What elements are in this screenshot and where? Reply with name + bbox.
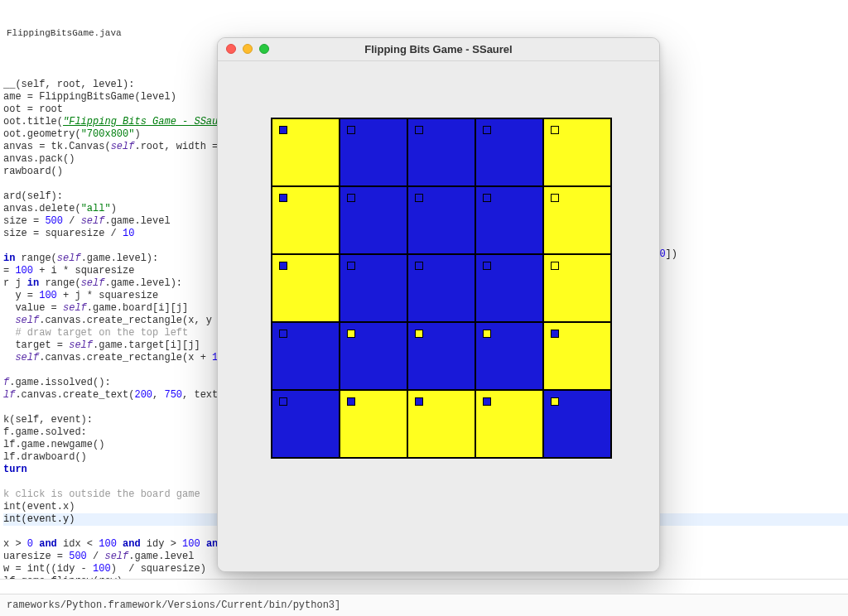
board-cell[interactable]: [272, 254, 340, 322]
target-marker-icon: [347, 126, 355, 134]
target-marker-icon: [415, 194, 423, 202]
board-cell[interactable]: [543, 390, 611, 458]
board-cell[interactable]: [543, 322, 611, 390]
board-cell[interactable]: [340, 118, 407, 186]
board-cell[interactable]: [340, 186, 407, 254]
tab-label: FlippingBitsGame.java: [7, 28, 122, 38]
target-marker-icon: [279, 194, 287, 202]
target-marker-icon: [483, 194, 491, 202]
board-cell[interactable]: [475, 186, 543, 254]
target-marker-icon: [551, 330, 559, 338]
board-cell[interactable]: [543, 186, 611, 254]
target-marker-icon: [415, 262, 423, 270]
status-text: rameworks/Python.framework/Versions/Curr…: [7, 599, 340, 611]
board-cell[interactable]: [407, 186, 475, 254]
board-cell[interactable]: [407, 390, 475, 458]
board-cell[interactable]: [272, 118, 340, 186]
window-titlebar[interactable]: Flipping Bits Game - SSaurel: [218, 38, 659, 61]
board-cell[interactable]: [407, 322, 475, 390]
target-marker-icon: [279, 126, 287, 134]
zoom-icon[interactable]: [259, 44, 269, 54]
board-cell[interactable]: [340, 322, 407, 390]
target-marker-icon: [347, 397, 355, 406]
board-cell[interactable]: [475, 390, 543, 458]
board-cell[interactable]: [407, 254, 475, 322]
target-marker-icon: [347, 262, 355, 270]
target-marker-icon: [415, 126, 423, 134]
target-marker-icon: [551, 262, 559, 270]
game-window[interactable]: Flipping Bits Game - SSaurel: [217, 37, 660, 572]
target-marker-icon: [279, 262, 287, 270]
board-cell[interactable]: [272, 322, 340, 390]
board-cell[interactable]: [340, 254, 407, 322]
target-marker-icon: [483, 262, 491, 270]
target-marker-icon: [415, 397, 423, 406]
minimize-icon[interactable]: [243, 44, 253, 54]
game-canvas[interactable]: [218, 61, 659, 571]
target-marker-icon: [551, 397, 559, 406]
board-cell[interactable]: [272, 390, 340, 458]
target-marker-icon: [483, 397, 491, 406]
target-marker-icon: [483, 126, 491, 134]
game-board[interactable]: [271, 118, 612, 459]
target-marker-icon: [279, 397, 287, 406]
target-marker-icon: [415, 330, 423, 338]
window-title: Flipping Bits Game - SSaurel: [226, 43, 651, 55]
board-cell[interactable]: [543, 254, 611, 322]
board-cell[interactable]: [475, 322, 543, 390]
board-cell[interactable]: [407, 118, 475, 186]
traffic-lights: [226, 44, 269, 54]
status-bar: rameworks/Python.framework/Versions/Curr…: [0, 594, 848, 616]
board-cell[interactable]: [475, 254, 543, 322]
target-marker-icon: [347, 330, 355, 338]
close-icon[interactable]: [226, 44, 236, 54]
board-cell[interactable]: [543, 118, 611, 186]
board-cell[interactable]: [475, 118, 543, 186]
target-marker-icon: [551, 126, 559, 134]
board-cell[interactable]: [272, 186, 340, 254]
target-marker-icon: [551, 194, 559, 202]
board-cell[interactable]: [340, 390, 407, 458]
target-marker-icon: [279, 330, 287, 338]
target-marker-icon: [483, 330, 491, 338]
target-marker-icon: [347, 194, 355, 202]
